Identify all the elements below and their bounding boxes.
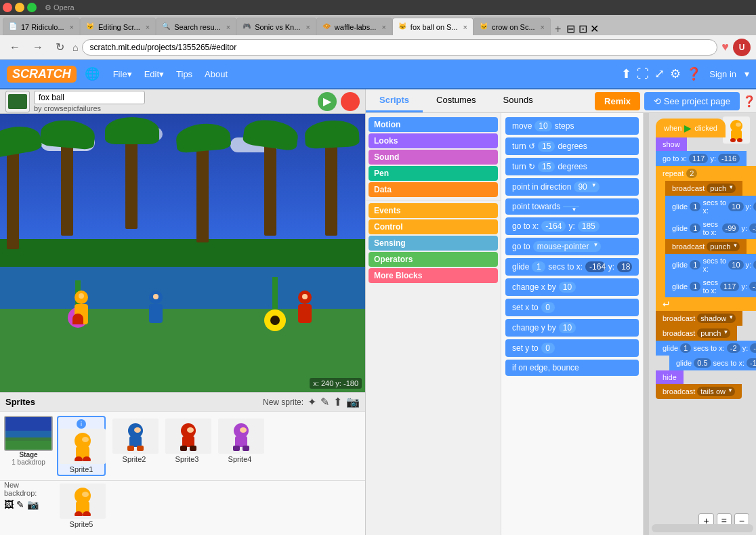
dropdown-icon[interactable]: ▾ bbox=[744, 68, 749, 79]
block-point-towards[interactable]: point towards bbox=[505, 198, 639, 215]
fullscreen-icon[interactable]: ⛶ bbox=[637, 67, 649, 81]
new-tab-button[interactable]: + bbox=[551, 23, 565, 35]
window-controls[interactable]: ⊟ ⊡ ✕ bbox=[566, 22, 599, 35]
backdrop-draw-icon[interactable]: ✎ bbox=[16, 499, 24, 510]
tab-close-icon[interactable]: × bbox=[70, 23, 74, 31]
sprite-item-1[interactable]: i Sprite1 bbox=[57, 416, 106, 476]
minimize-window-button[interactable] bbox=[15, 3, 24, 12]
tab-17ridiculous[interactable]: 📄 17 Ridiculo... × bbox=[3, 18, 80, 35]
home-icon[interactable]: ⌂ bbox=[72, 42, 78, 53]
tab-sonic[interactable]: 🎮 Sonic vs Kn... × bbox=[236, 18, 316, 35]
upload-icon[interactable]: ⬆ bbox=[621, 66, 631, 81]
palette-pen[interactable]: Pen bbox=[369, 166, 498, 181]
block-glide-6[interactable]: glide 0.5 secs to x: -164 bbox=[669, 356, 756, 370]
tab-close-icon[interactable]: × bbox=[146, 23, 150, 31]
block-glide-4[interactable]: glide 1 secs to x: 117 y: -116 bbox=[665, 276, 756, 297]
nav-edit[interactable]: Edit▾ bbox=[139, 66, 169, 82]
nav-file[interactable]: File▾ bbox=[108, 66, 138, 82]
palette-motion[interactable]: Motion bbox=[369, 117, 498, 132]
refresh-button[interactable]: ↻ bbox=[51, 39, 68, 55]
edit-icon[interactable]: ✎ bbox=[320, 395, 329, 408]
palette-sound[interactable]: Sound bbox=[369, 150, 498, 165]
upload-sprite-icon[interactable]: ⬆ bbox=[333, 395, 342, 408]
tab-close-icon[interactable]: × bbox=[541, 23, 545, 31]
address-bar[interactable] bbox=[82, 39, 717, 56]
close-window-button[interactable] bbox=[3, 3, 12, 12]
backdrop-camera-icon[interactable]: 📷 bbox=[27, 499, 39, 510]
block-glide-5[interactable]: glide 1 secs to x: -2 y: -86 bbox=[656, 341, 756, 356]
palette-control[interactable]: Control bbox=[369, 219, 498, 234]
block-broadcast-punch1[interactable]: broadcast punch ▼ bbox=[665, 239, 747, 254]
block-goto[interactable]: go to mouse-pointer bbox=[505, 238, 639, 255]
block-hide[interactable]: hide bbox=[656, 370, 684, 384]
stop-button[interactable] bbox=[341, 92, 360, 111]
help-icon[interactable]: ❓ bbox=[686, 66, 701, 81]
see-project-button[interactable]: ⟲ See project page bbox=[644, 92, 740, 110]
block-point-direction[interactable]: point in direction 90 bbox=[505, 178, 639, 196]
block-move[interactable]: move 10 steps bbox=[505, 117, 639, 135]
tab-close-icon[interactable]: × bbox=[463, 23, 467, 31]
block-set-x[interactable]: set x to 0 bbox=[505, 299, 639, 316]
bookmark-icon[interactable]: ♥ bbox=[721, 40, 729, 54]
remix-button[interactable]: Remix bbox=[595, 92, 640, 110]
block-glide-3[interactable]: glide 1 secs to x: 10 y: -95 bbox=[665, 254, 756, 276]
star-icon[interactable]: ✦ bbox=[308, 395, 316, 408]
tab-scripts[interactable]: Scripts bbox=[366, 89, 423, 112]
palette-looks[interactable]: Looks bbox=[369, 133, 498, 148]
settings-icon[interactable]: ⚙ bbox=[670, 66, 681, 81]
block-glide-1[interactable]: glide 1 secs to x: 10 y: -95 bbox=[665, 196, 756, 217]
tab-close-icon[interactable]: × bbox=[226, 23, 230, 31]
tab-close-icon[interactable]: × bbox=[306, 23, 310, 31]
sprite-item-5[interactable]: Sprite5 bbox=[57, 481, 106, 531]
palette-data[interactable]: Data bbox=[369, 182, 498, 197]
palette-events[interactable]: Events bbox=[369, 203, 498, 218]
tab-close-icon[interactable]: × bbox=[381, 23, 385, 31]
tab-editing[interactable]: 🐱 Editing Scr... × bbox=[80, 18, 156, 35]
block-broadcast-shadow[interactable]: broadcast shadow ▼ bbox=[656, 311, 742, 326]
block-goto-xy-117[interactable]: go to x: 117 y: -116 bbox=[656, 151, 747, 166]
block-glide[interactable]: glide 1 secs to x: -164 y: 18 bbox=[505, 258, 639, 276]
block-glide-2[interactable]: glide 1 secs to x: -99 y: -117 bbox=[665, 217, 756, 239]
sprite-item-2[interactable]: Sprite2 bbox=[110, 416, 159, 476]
sprite-item-4[interactable]: Sprite4 bbox=[215, 416, 264, 476]
nav-about[interactable]: About bbox=[199, 66, 233, 82]
expand-icon[interactable]: ⤢ bbox=[654, 66, 665, 81]
block-when-clicked[interactable]: when ▶ clicked bbox=[656, 119, 726, 137]
block-goto-xy[interactable]: go to x: -164 y: 185 bbox=[505, 217, 639, 235]
tab-costumes[interactable]: Costumes bbox=[423, 89, 490, 112]
workspace-scrollbar-h[interactable] bbox=[652, 524, 753, 532]
block-broadcast-punch2[interactable]: broadcast punch ▼ bbox=[656, 326, 737, 341]
back-button[interactable]: ← bbox=[5, 40, 24, 55]
help-icon[interactable]: ❓ bbox=[742, 95, 756, 108]
stage-item[interactable]: Stage 1 backdrop bbox=[4, 416, 53, 476]
tab-waffle[interactable]: 🧇 waffle-labs... × bbox=[316, 18, 392, 35]
sign-in-link[interactable]: Sign in bbox=[709, 69, 736, 79]
palette-operators[interactable]: Operators bbox=[369, 252, 498, 267]
globe-icon[interactable]: 🌐 bbox=[85, 66, 100, 81]
tab-search[interactable]: 🔍 Search resu... × bbox=[156, 18, 236, 35]
block-change-y[interactable]: change y by 10 bbox=[505, 319, 639, 337]
forward-button[interactable]: → bbox=[28, 40, 47, 55]
tab-sounds[interactable]: Sounds bbox=[490, 89, 547, 112]
block-show[interactable]: show bbox=[656, 137, 687, 151]
backdrop-image-icon[interactable]: 🖼 bbox=[4, 499, 14, 510]
block-repeat[interactable]: repeat 2 broadcast puch ▼ glide 1 secs t… bbox=[656, 166, 756, 311]
palette-sensing[interactable]: Sensing bbox=[369, 236, 498, 251]
nav-tips[interactable]: Tips bbox=[171, 66, 198, 82]
tab-foxball[interactable]: 🐱 fox ball on S... × bbox=[392, 18, 474, 35]
sprite-item-3[interactable]: Sprite3 bbox=[163, 416, 211, 476]
block-if-on-edge[interactable]: if on edge, bounce bbox=[505, 360, 639, 376]
green-flag-button[interactable]: ▶ bbox=[318, 92, 337, 111]
project-name-input[interactable] bbox=[34, 91, 145, 104]
user-avatar[interactable]: U bbox=[733, 39, 751, 56]
tab-crow[interactable]: 🐱 crow on Sc... × bbox=[474, 18, 551, 35]
block-broadcast-puch[interactable]: broadcast puch ▼ bbox=[665, 181, 742, 196]
block-broadcast-tailsow[interactable]: broadcast tails ow ▼ bbox=[656, 384, 742, 399]
block-turn-cw[interactable]: turn ↻ 15 degrees bbox=[505, 158, 639, 175]
palette-more-blocks[interactable]: More Blocks bbox=[369, 268, 498, 283]
block-change-x[interactable]: change x by 10 bbox=[505, 278, 639, 296]
script-workspace[interactable]: x: -164 y: 185 bbox=[649, 113, 756, 535]
block-turn-ccw[interactable]: turn ↺ 15 degrees bbox=[505, 137, 639, 155]
maximize-window-button[interactable] bbox=[27, 3, 37, 12]
camera-icon[interactable]: 📷 bbox=[346, 395, 360, 408]
